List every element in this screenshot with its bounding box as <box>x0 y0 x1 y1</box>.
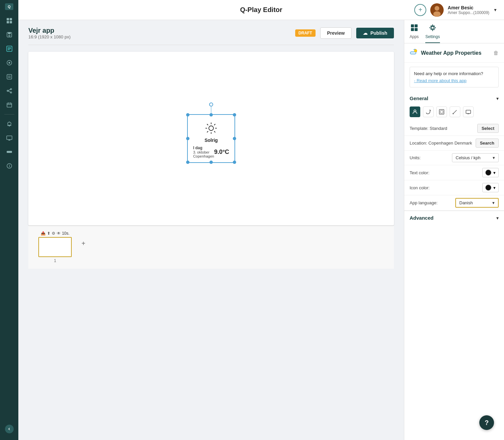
sidebar-item-media[interactable] <box>3 57 15 69</box>
resize-handle-tm[interactable] <box>209 113 213 117</box>
right-panel: Apps Settings Weather App Properties 🗑 <box>404 20 504 440</box>
weather-bottom: I dag 3. oktober Copenhagen 9.0°C <box>193 146 229 158</box>
svg-rect-3 <box>10 21 12 23</box>
text-color-chevron-icon: ▾ <box>493 170 496 175</box>
weather-day: I dag <box>193 146 214 150</box>
slide-icons-row: 📤 ⬆ ⚙ 👁 10s. <box>41 231 70 236</box>
language-value: Danish <box>459 200 473 205</box>
resize-handle-mr[interactable] <box>233 137 236 140</box>
units-label: Units: <box>410 155 449 160</box>
sidebar-item-share[interactable] <box>3 85 15 97</box>
svg-rect-50 <box>440 111 443 113</box>
weather-widget[interactable]: Solrig I dag 3. oktober Copenhagen 9.0°C <box>187 114 235 163</box>
units-row: Units: Celsius / kph ▾ <box>404 151 504 165</box>
svg-rect-1 <box>10 18 12 20</box>
units-chevron-icon: ▾ <box>493 155 495 160</box>
gen-icon-3[interactable] <box>436 106 447 117</box>
text-color-picker[interactable]: ▾ <box>482 168 499 177</box>
resize-handle-ml[interactable] <box>186 137 189 140</box>
gen-icon-1[interactable] <box>410 106 420 117</box>
main-area: Q-Play Editor + Amer Besic Amer Suppo...… <box>18 0 504 440</box>
add-button[interactable]: + <box>414 4 426 16</box>
add-slide-button[interactable]: + <box>78 238 88 248</box>
topbar: Q-Play Editor + Amer Besic Amer Suppo...… <box>18 0 504 20</box>
svg-rect-26 <box>7 151 12 153</box>
icon-color-picker[interactable]: ▾ <box>482 183 499 192</box>
widget-rotate-handle[interactable] <box>209 102 213 106</box>
publish-button[interactable]: ☁ Publish <box>356 28 394 38</box>
apps-tab-label: Apps <box>410 34 419 39</box>
svg-line-39 <box>214 124 215 126</box>
svg-rect-43 <box>411 28 414 31</box>
weather-icon-area <box>193 119 229 138</box>
user-name: Amer Besic <box>448 5 489 10</box>
svg-rect-42 <box>415 24 418 27</box>
widget-rotate-line <box>211 106 211 114</box>
canvas-white[interactable]: Solrig I dag 3. oktober Copenhagen 9.0°C <box>28 52 394 225</box>
tab-apps[interactable]: Apps <box>410 24 419 43</box>
svg-line-51 <box>453 110 457 114</box>
resize-handle-bm[interactable] <box>209 161 213 164</box>
template-select-button[interactable]: Select <box>477 124 499 133</box>
svg-rect-49 <box>439 109 444 114</box>
gen-icon-2[interactable] <box>423 106 434 117</box>
sidebar-item-bar[interactable] <box>3 146 15 158</box>
location-label: Location: Copenhagen Denmark <box>410 141 473 146</box>
text-color-row: Text color: ▾ <box>404 165 504 180</box>
template-label: Template: Standard <box>410 126 475 131</box>
gen-icon-4[interactable] <box>450 106 460 117</box>
units-dropdown[interactable]: Celsius / kph ▾ <box>452 153 499 162</box>
weather-temperature: 9.0°C <box>214 149 229 156</box>
svg-point-30 <box>435 6 439 11</box>
svg-point-45 <box>431 26 434 29</box>
svg-point-48 <box>414 110 416 112</box>
sidebar-item-editor[interactable] <box>3 43 15 55</box>
sidebar-item-save[interactable] <box>3 29 15 41</box>
weather-widget-container[interactable]: Solrig I dag 3. oktober Copenhagen 9.0°C <box>187 114 235 163</box>
language-dropdown[interactable]: Danish ▾ <box>455 198 499 208</box>
sidebar-item-display[interactable] <box>3 132 15 144</box>
sidebar-item-info[interactable]: i <box>3 160 15 172</box>
slide-thumbnail[interactable] <box>38 237 72 257</box>
slide-number: 1 <box>54 258 56 263</box>
language-row: App language: Danish ▾ <box>404 195 504 211</box>
resize-handle-tr[interactable] <box>233 113 236 117</box>
resize-handle-br[interactable] <box>233 161 236 164</box>
tab-settings[interactable]: Settings <box>425 24 440 43</box>
sidebar-collapse-button[interactable] <box>5 425 14 433</box>
help-fab-button[interactable]: ? <box>479 415 494 430</box>
timeline-slide-1[interactable]: 📤 ⬆ ⚙ 👁 10s. 1 <box>38 231 72 263</box>
user-chevron-icon[interactable]: ▼ <box>493 8 497 12</box>
resize-handle-bl[interactable] <box>186 161 189 164</box>
delete-icon[interactable]: 🗑 <box>493 50 499 56</box>
canvas-subtitle: 16:9 (1920 x 1080 px) <box>28 34 291 39</box>
general-section-header[interactable]: General ▾ <box>404 91 504 105</box>
sidebar-item-calendar[interactable] <box>3 99 15 111</box>
canvas-header: Vejr app 16:9 (1920 x 1080 px) DRAFT Pre… <box>28 27 394 39</box>
sidebar-logo[interactable]: Q <box>5 3 13 10</box>
svg-rect-41 <box>411 24 414 27</box>
canvas-separator <box>28 45 394 45</box>
svg-point-6 <box>9 35 10 36</box>
help-link[interactable]: - Read more about this app <box>414 78 494 83</box>
sidebar-item-dashboard[interactable] <box>3 15 15 27</box>
location-search-button[interactable]: Search <box>476 139 499 148</box>
preview-button[interactable]: Preview <box>320 27 352 39</box>
canvas-title-area: Vejr app 16:9 (1920 x 1080 px) <box>28 27 291 39</box>
resize-handle-tl[interactable] <box>186 113 189 117</box>
app-title: Q-Play Editor <box>240 6 283 14</box>
svg-rect-0 <box>7 18 9 20</box>
slide-eye-icon: 👁 <box>57 231 61 236</box>
icon-color-chevron-icon: ▾ <box>493 185 496 190</box>
slide-settings-icon: ⚙ <box>52 231 55 236</box>
sun-icon <box>204 122 218 135</box>
svg-point-12 <box>8 62 10 64</box>
cloud-icon: ☁ <box>363 30 368 36</box>
advanced-section-header[interactable]: Advanced ▾ <box>404 211 504 225</box>
svg-rect-52 <box>466 110 471 114</box>
sidebar-item-playlist[interactable] <box>3 71 15 83</box>
slide-time: 10s. <box>62 231 70 236</box>
weather-app-icon <box>410 48 418 58</box>
sidebar-item-alerts[interactable] <box>3 118 15 130</box>
gen-icon-5[interactable] <box>463 106 474 117</box>
